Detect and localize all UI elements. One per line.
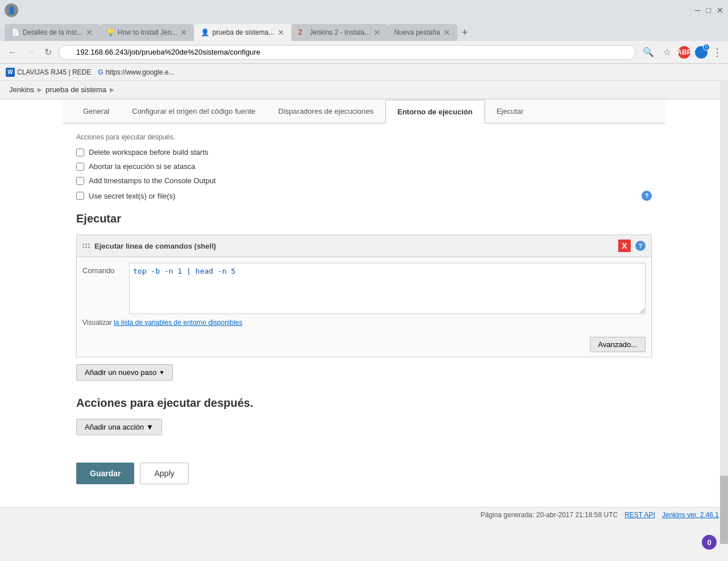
post-build-title: Acciones para ejecutar después. (76, 397, 652, 410)
add-timestamps-checkbox[interactable] (76, 177, 84, 185)
maximize-icon[interactable]: □ (706, 6, 711, 15)
tab-label-5: Nueva pestaña (394, 28, 440, 36)
tab-general[interactable]: General (72, 100, 121, 123)
user-avatar: 👤 (5, 3, 18, 17)
page-container: General Configurar el origen del código … (0, 100, 728, 507)
content-area: General Configurar el origen del código … (63, 100, 665, 507)
delete-workspace-checkbox[interactable] (76, 148, 84, 156)
add-action-label: Añadir una acción (85, 423, 144, 431)
scrollbar-thumb[interactable] (720, 476, 728, 544)
notification-badge[interactable]: 0 (702, 535, 717, 550)
shell-close-button[interactable]: X (618, 240, 631, 252)
shell-command-box: Ejecutar linea de comandos (shell) X ? C… (76, 234, 652, 357)
breadcrumb-prueba[interactable]: prueba de sistema (46, 85, 106, 94)
command-textarea[interactable] (129, 263, 646, 314)
minimize-icon[interactable]: ─ (695, 6, 701, 15)
env-link-row: Visualizar la lista de variables de ento… (82, 319, 646, 327)
avanzado-button[interactable]: Avanzado... (590, 337, 646, 352)
add-action-arrow-icon: ▼ (146, 423, 154, 431)
chrome-menu-button[interactable]: ⋮ (712, 46, 722, 59)
tab-ejecutar[interactable]: Ejecutar (485, 100, 535, 123)
rest-api-link[interactable]: REST API (624, 511, 655, 519)
apply-button[interactable]: Apply (140, 463, 188, 484)
tab-favicon-1: 📄 (11, 28, 19, 36)
command-row: Comando (82, 263, 646, 314)
back-button[interactable]: ← (6, 46, 19, 59)
tab-close-1[interactable]: ✕ (86, 28, 93, 37)
scrollbar-track (720, 81, 728, 544)
ejecutar-title: Ejecutar (76, 212, 652, 225)
tab-entorno[interactable]: Entorno de ejecución (385, 100, 485, 124)
title-bar-left: 👤 (5, 3, 18, 17)
tab-origen[interactable]: Configurar el origen del código fuente (121, 100, 267, 123)
use-secret-label: Use secret text(s) or file(s) (89, 192, 175, 200)
bottom-buttons: Guardar Apply (76, 453, 652, 498)
tab-3[interactable]: 👤 prueba de sistema... ✕ (194, 24, 291, 41)
bookmark-1[interactable]: W CLAVIJAS RJ45 | REDE (6, 68, 91, 77)
use-secret-help-icon[interactable]: ? (642, 191, 652, 201)
tab-4[interactable]: Z Jenkins 2 - Instala... ✕ (291, 24, 387, 41)
bookmark-2[interactable]: G https://www.google.e... (98, 68, 174, 76)
address-bar-actions: 🔍 ☆ ABP 0 ⋮ (640, 46, 722, 59)
tab-favicon-2: 💡 (106, 28, 114, 36)
tab-label-2: How to Install Jen... (118, 28, 177, 36)
tab-disparadores[interactable]: Disparadores de ejecuciones (267, 100, 385, 123)
adblock-extension-button[interactable]: ABP (678, 46, 690, 59)
add-step-button[interactable]: Añadir un nuevo paso ▼ (76, 364, 173, 381)
add-step-arrow-icon: ▼ (159, 369, 164, 376)
tab-1[interactable]: 📄 Detalles de la inst... ✕ (5, 24, 100, 41)
footer: Página generada: 20-abr-2017 21:18:58 UT… (0, 507, 728, 522)
bookmark-2-favicon: G (98, 68, 103, 76)
checkbox-row-4: Use secret text(s) or file(s) ? (76, 191, 652, 201)
add-step-label: Añadir un nuevo paso (85, 368, 156, 377)
breadcrumb-jenkins[interactable]: Jenkins (9, 85, 34, 94)
tab-close-4[interactable]: ✕ (374, 28, 380, 37)
title-bar: 👤 ─ □ ✕ (0, 0, 728, 20)
checkbox-row-1: Delete workspace before build starts (76, 148, 652, 156)
close-icon[interactable]: ✕ (717, 6, 723, 15)
config-content: Acciones para ejecutar después. Delete w… (63, 124, 665, 507)
env-text: Visualizar (82, 319, 114, 327)
delete-workspace-label: Delete workspace before build starts (89, 148, 208, 156)
checkbox-row-3: Add timestamps to the Console Output (76, 176, 652, 185)
add-action-button[interactable]: Añadir una acción ▼ (76, 419, 162, 435)
shell-body: Comando Visualizar la lista de variables… (77, 257, 651, 332)
tab-close-2[interactable]: ✕ (180, 28, 187, 37)
abortar-ejecucion-checkbox[interactable] (76, 163, 84, 171)
ext-blue-wrapper: 0 (695, 46, 708, 59)
tab-5[interactable]: Nueva pestaña ✕ (387, 24, 457, 41)
reload-button[interactable]: ↻ (42, 46, 54, 59)
address-input[interactable] (59, 45, 636, 60)
shell-section-title: Ejecutar linea de comandos (shell) (94, 242, 216, 250)
shell-header-left: Ejecutar linea de comandos (shell) (82, 242, 216, 250)
bookmark-icon[interactable]: ☆ (661, 46, 673, 59)
shell-help-icon[interactable]: ? (635, 241, 646, 251)
command-label: Comando (82, 263, 122, 275)
drag-handle[interactable] (82, 244, 90, 248)
tab-close-5[interactable]: ✕ (444, 28, 450, 37)
env-variables-link[interactable]: la lista de variables de entorno disponi… (114, 319, 242, 327)
ejecutar-section: Ejecutar Ejecutar linea de comandos (she… (76, 212, 652, 381)
breadcrumb: Jenkins ▶ prueba de sistema ▶ (0, 81, 728, 99)
tab-favicon-3: 👤 (201, 28, 209, 36)
tab-label-4: Jenkins 2 - Instala... (309, 28, 370, 36)
search-icon[interactable]: 🔍 (640, 46, 656, 59)
bookmark-1-favicon: W (6, 68, 15, 77)
new-tab-button[interactable]: + (457, 24, 473, 41)
tab-2[interactable]: 💡 How to Install Jen... ✕ (100, 24, 195, 41)
window-controls: ─ □ ✕ (695, 6, 723, 15)
tab-label-1: Detalles de la inst... (23, 28, 82, 36)
breadcrumb-sep-2: ▶ (110, 86, 114, 93)
checkbox-row-2: Abortar la ejecución si se atasca (76, 162, 652, 171)
tab-close-3[interactable]: ✕ (278, 28, 284, 37)
guardar-button[interactable]: Guardar (76, 463, 134, 484)
shell-footer: Avanzado... (77, 332, 651, 357)
jenkins-ver-link[interactable]: Jenkins ver. 2.46.1 (662, 511, 719, 519)
ext-badge: 0 (703, 44, 710, 51)
bookmarks-bar: W CLAVIJAS RJ45 | REDE G https://www.goo… (0, 64, 728, 81)
use-secret-checkbox[interactable] (76, 192, 84, 200)
add-timestamps-label: Add timestamps to the Console Output (89, 176, 216, 185)
forward-button[interactable]: → (24, 46, 38, 59)
tab-label-3: prueba de sistema... (212, 28, 274, 36)
post-build-section: Acciones para ejecutar después. Añadir u… (76, 397, 652, 435)
